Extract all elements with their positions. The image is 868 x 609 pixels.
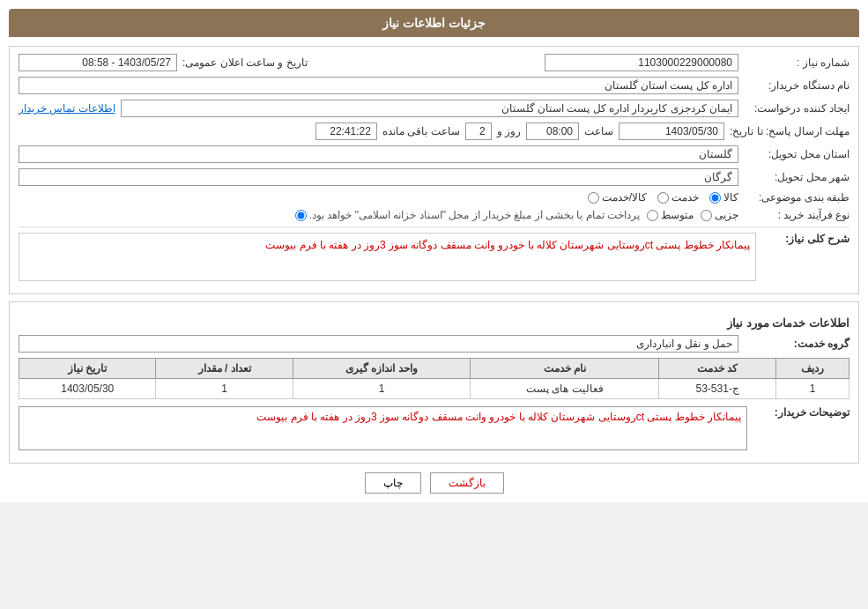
- reply-days-label: روز و: [497, 125, 521, 137]
- button-row: بازگشت چاپ: [9, 472, 859, 494]
- province-value: گلستان: [19, 145, 738, 163]
- back-button[interactable]: بازگشت: [430, 472, 504, 494]
- announce-date-value: 1403/05/27 - 08:58: [19, 54, 177, 71]
- contact-link[interactable]: اطلاعات تماس خریدار: [19, 102, 115, 115]
- reply-deadline-label: مهلت ارسال پاسخ: تا تاریخ:: [730, 125, 849, 137]
- radio-motavasset-label: متوسط: [661, 209, 694, 221]
- col-unit: واحد اندازه گیری: [293, 359, 470, 379]
- creator-label: ایجاد کننده درخواست:: [744, 102, 849, 115]
- reply-days: 2: [465, 123, 492, 140]
- radio-kala-label: کالا: [723, 191, 738, 204]
- radio-jozi-label: جزیی: [715, 209, 738, 221]
- service-group-label: گروه خدمت:: [744, 338, 849, 350]
- radio-motavasset[interactable]: متوسط: [647, 209, 694, 221]
- reply-time-label: ساعت: [584, 125, 613, 137]
- cell-quantity: 1: [156, 379, 293, 399]
- col-service-name: نام خدمت: [471, 359, 659, 379]
- reply-date: 1403/05/30: [619, 123, 724, 140]
- category-radio-group: کالا/خدمت خدمت کالا: [588, 191, 738, 204]
- need-desc-value: پیمانکار خطوط پستی ctروستایی شهرستان کلا…: [19, 233, 756, 281]
- radio-jozi[interactable]: جزیی: [701, 209, 738, 221]
- radio-esnad[interactable]: پرداخت تمام یا بخشی از مبلغ خریدار از مح…: [295, 209, 640, 221]
- city-label: شهر محل تحویل:: [744, 171, 849, 183]
- col-row-num: ردیف: [776, 359, 849, 379]
- col-service-code: کد خدمت: [659, 359, 776, 379]
- reply-time: 08:00: [526, 123, 579, 140]
- radio-khedmat-label: خدمت: [671, 191, 699, 204]
- radio-kala-khedmat[interactable]: کالا/خدمت: [588, 191, 647, 204]
- services-info-title: اطلاعات خدمات مورد نیاز: [19, 316, 849, 330]
- buyer-desc-textarea[interactable]: [19, 406, 747, 450]
- table-row: 1 ج-531-53 فعالیت های پست 1 1 1403/05/30: [19, 379, 849, 399]
- purchase-type-label: نوع فرآیند خرید :: [744, 209, 849, 221]
- creator-value: ایمان کردجزی کاربردار اداره کل پست استان…: [121, 100, 738, 117]
- need-desc-label: شرح کلی نیاز:: [761, 233, 849, 245]
- cell-service-code: ج-531-53: [659, 379, 776, 399]
- announce-date-label: تاریخ و ساعت اعلان عمومی:: [182, 56, 308, 69]
- need-number-value: 1103000229000080: [545, 54, 738, 71]
- page-title: جزئیات اطلاعات نیاز: [9, 9, 859, 37]
- col-quantity: تعداد / مقدار: [156, 359, 293, 379]
- province-label: استان محل تحویل:: [744, 148, 849, 160]
- radio-khedmat[interactable]: خدمت: [657, 191, 699, 204]
- col-date: تاریخ نیاز: [19, 359, 156, 379]
- city-value: گرگان: [19, 168, 738, 186]
- purchase-type-radio-group: پرداخت تمام یا بخشی از مبلغ خریدار از مح…: [295, 209, 738, 221]
- radio-kala-khedmat-label: کالا/خدمت: [602, 191, 647, 204]
- cell-date: 1403/05/30: [19, 379, 156, 399]
- radio-esnad-input[interactable]: [295, 210, 307, 221]
- radio-kala[interactable]: کالا: [709, 191, 738, 204]
- radio-kala-khedmat-input[interactable]: [588, 192, 599, 204]
- services-table: ردیف کد خدمت نام خدمت واحد اندازه گیری ت…: [19, 358, 849, 399]
- buyer-desc-label: توضیحات خریدار:: [753, 406, 849, 419]
- radio-khedmat-input[interactable]: [657, 192, 669, 204]
- category-label: طبقه بندی موضوعی:: [744, 191, 849, 204]
- cell-row-num: 1: [776, 379, 849, 399]
- radio-jozi-input[interactable]: [701, 210, 712, 221]
- radio-motavasset-input[interactable]: [647, 210, 658, 221]
- radio-kala-input[interactable]: [709, 192, 721, 204]
- print-button[interactable]: چاپ: [365, 472, 421, 494]
- reply-remaining: 22:41:22: [315, 123, 377, 140]
- need-number-label: شماره نیاز :: [744, 56, 849, 69]
- requester-label: نام دستگاه خریدار:: [744, 79, 849, 92]
- radio-esnad-label: پرداخت تمام یا بخشی از مبلغ خریدار از مح…: [309, 209, 640, 221]
- cell-service-name: فعالیت های پست: [471, 379, 659, 399]
- org-value: اداره کل پست استان گلستان: [19, 77, 738, 94]
- service-group-value: حمل و نقل و انبارداری: [19, 335, 738, 353]
- cell-unit: 1: [293, 379, 470, 399]
- reply-remaining-label: ساعت باقی مانده: [382, 125, 460, 137]
